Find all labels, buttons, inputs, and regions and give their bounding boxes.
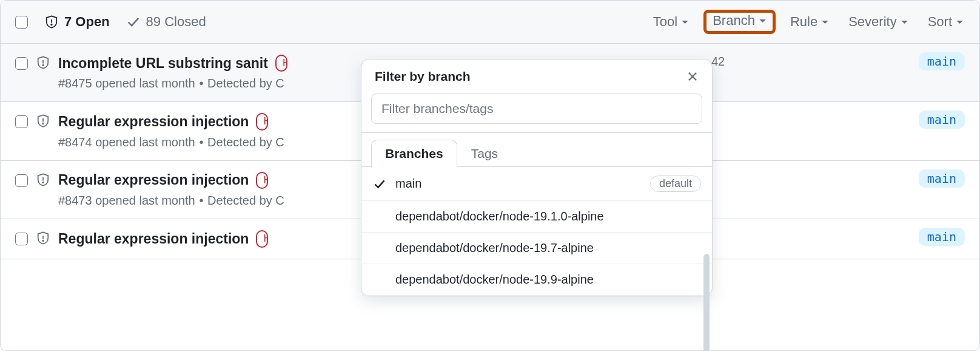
check-icon: [127, 15, 140, 29]
branch-name: dependabot/docker/node-19.1.0-alpine: [395, 210, 701, 223]
select-all-checkbox[interactable]: [15, 16, 28, 29]
severity-pill: H: [275, 55, 287, 72]
caret-down-icon: [759, 17, 767, 25]
branch-name: dependabot/docker/node-19.9-alpine: [395, 273, 701, 287]
truncated-text: 42: [711, 55, 725, 69]
shield-alert-icon: [36, 56, 50, 69]
shield-alert-icon: [36, 173, 50, 186]
caret-down-icon: [681, 18, 689, 26]
svg-point-9: [42, 240, 44, 242]
branch-badge: main: [919, 52, 965, 70]
shield-alert-icon: [45, 15, 58, 29]
filter-tool[interactable]: Tool: [652, 12, 690, 32]
branch-option[interactable]: dependabot/docker/node-19.7-alpine: [361, 233, 712, 264]
alert-title: Regular expression injection: [58, 231, 249, 247]
branch-name: dependabot/docker/node-19.7-alpine: [395, 241, 701, 255]
alert-title: Regular expression injection: [58, 114, 249, 130]
caret-down-icon: [901, 18, 908, 26]
close-icon[interactable]: [686, 70, 699, 83]
closed-count: 89 Closed: [146, 14, 206, 30]
default-badge: default: [650, 176, 701, 192]
branch-option[interactable]: dependabot/docker/node-19.1.0-alpine: [361, 201, 712, 233]
tab-tags[interactable]: Tags: [457, 140, 512, 168]
filter-rule[interactable]: Rule: [789, 12, 830, 32]
filter-severity[interactable]: Severity: [847, 12, 909, 32]
open-tab[interactable]: 7 Open: [45, 14, 110, 30]
shield-alert-icon: [36, 231, 50, 245]
row-checkbox[interactable]: [15, 115, 28, 128]
check-icon: [374, 178, 386, 190]
dropdown-scrollbar[interactable]: [703, 254, 710, 351]
branch-filter-input[interactable]: [371, 94, 702, 124]
severity-pill: H: [256, 172, 268, 189]
shield-alert-icon: [36, 114, 50, 128]
row-checkbox[interactable]: [15, 57, 28, 70]
dropdown-title: Filter by branch: [375, 69, 471, 84]
filter-sort[interactable]: Sort: [927, 12, 965, 32]
svg-point-5: [42, 123, 44, 124]
branch-badge: main: [919, 228, 965, 246]
svg-point-7: [42, 182, 44, 183]
tab-branches[interactable]: Branches: [371, 140, 457, 168]
open-count: 7 Open: [64, 14, 110, 30]
alerts-toolbar: 7 Open 89 Closed Tool Branch Rule Severi…: [1, 1, 979, 44]
branch-name: main: [395, 177, 642, 191]
alert-title: Incomplete URL substring sanit: [58, 55, 268, 72]
row-checkbox[interactable]: [15, 233, 28, 245]
filter-branch[interactable]: Branch: [703, 10, 776, 34]
severity-pill: H: [256, 230, 268, 247]
severity-pill: H: [256, 113, 268, 130]
alert-title: Regular expression injection: [58, 172, 249, 188]
caret-down-icon: [956, 18, 964, 26]
branch-option[interactable]: main default: [361, 167, 712, 201]
svg-point-1: [51, 24, 52, 26]
branch-filter-dropdown: Filter by branch Branches Tags main defa…: [361, 59, 713, 296]
svg-point-3: [42, 65, 44, 66]
branch-option[interactable]: dependabot/docker/node-19.9-alpine: [361, 264, 712, 296]
branch-badge: main: [919, 169, 965, 188]
branch-badge: main: [919, 111, 965, 129]
caret-down-icon: [821, 18, 829, 26]
row-checkbox[interactable]: [15, 174, 28, 187]
closed-tab[interactable]: 89 Closed: [127, 14, 206, 30]
